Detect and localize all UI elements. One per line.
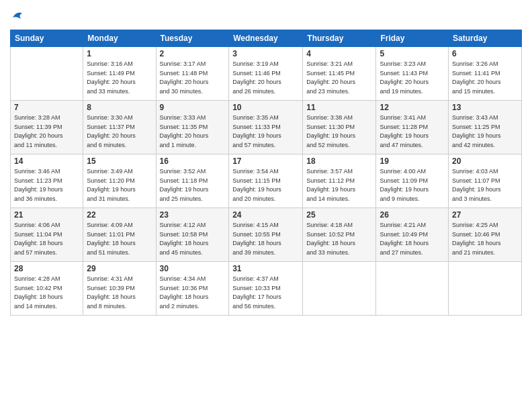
day-info-line: Sunset: 11:35 PM: [160, 123, 226, 132]
day-info-line: Sunset: 11:23 PM: [14, 177, 79, 186]
day-info: Sunrise: 3:19 AMSunset: 11:46 PMDaylight…: [232, 60, 299, 96]
day-number: 9: [160, 103, 226, 112]
day-info-line: Daylight: 18 hours: [232, 239, 299, 248]
day-info-line: Daylight: 19 hours: [87, 185, 152, 195]
weekday-header: Thursday: [303, 30, 376, 47]
calendar-week-row: 14Sunrise: 3:46 AMSunset: 11:23 PMDaylig…: [11, 154, 522, 208]
day-info-line: and 8 minutes.: [87, 302, 152, 312]
calendar-week-row: 1Sunrise: 3:16 AMSunset: 11:49 PMDayligh…: [11, 47, 522, 101]
day-info: Sunrise: 3:49 AMSunset: 11:20 PMDaylight…: [87, 167, 152, 203]
day-info-line: Sunset: 10:49 PM: [380, 230, 445, 240]
day-number: 2: [160, 49, 226, 58]
day-info-line: Sunrise: 4:34 AM: [160, 275, 226, 284]
day-info-line: Sunrise: 3:17 AM: [160, 60, 226, 69]
day-info-line: Sunset: 11:15 PM: [232, 177, 299, 186]
calendar-cell: 2Sunrise: 3:17 AMSunset: 11:48 PMDayligh…: [156, 47, 229, 101]
day-info-line: Daylight: 19 hours: [306, 132, 372, 141]
day-info: Sunrise: 4:25 AMSunset: 10:46 PMDaylight…: [452, 221, 518, 257]
day-info-line: Sunset: 10:39 PM: [87, 284, 152, 293]
header: [10, 7, 522, 26]
day-info-line: Daylight: 19 hours: [232, 185, 299, 195]
day-info-line: Sunrise: 3:26 AM: [452, 60, 518, 69]
day-info-line: Sunrise: 3:21 AM: [306, 60, 372, 69]
day-info-line: Sunrise: 4:03 AM: [452, 167, 518, 177]
day-info-line: Sunrise: 3:23 AM: [380, 60, 445, 69]
day-info-line: Sunrise: 3:41 AM: [380, 113, 445, 123]
page-container: SundayMondayTuesdayWednesdayThursdayFrid…: [0, 0, 532, 322]
day-info: Sunrise: 3:30 AMSunset: 11:37 PMDaylight…: [87, 113, 152, 150]
day-info-line: and 23 minutes.: [306, 87, 372, 97]
day-info-line: Sunrise: 3:54 AM: [232, 167, 299, 177]
day-info-line: Daylight: 19 hours: [452, 132, 518, 141]
calendar-week-row: 28Sunrise: 4:28 AMSunset: 10:42 PMDaylig…: [11, 262, 522, 316]
day-info-line: Daylight: 18 hours: [87, 293, 152, 302]
day-info-line: Sunrise: 3:43 AM: [452, 113, 518, 123]
day-info: Sunrise: 4:12 AMSunset: 10:58 PMDaylight…: [160, 221, 226, 257]
day-info-line: and 56 minutes.: [232, 302, 299, 312]
day-info-line: and 39 minutes.: [232, 248, 299, 258]
day-info-line: and 51 minutes.: [87, 248, 152, 258]
day-info-line: Daylight: 18 hours: [160, 239, 226, 248]
day-info-line: Sunset: 10:52 PM: [306, 230, 372, 240]
day-info-line: Daylight: 18 hours: [306, 239, 372, 248]
calendar-cell: [449, 262, 522, 316]
day-info-line: Sunrise: 4:18 AM: [306, 221, 372, 230]
day-number: 17: [232, 156, 299, 166]
day-info: Sunrise: 3:54 AMSunset: 11:15 PMDaylight…: [232, 167, 299, 203]
day-info-line: Daylight: 18 hours: [14, 239, 79, 248]
day-number: 26: [380, 210, 445, 220]
day-info: Sunrise: 3:21 AMSunset: 11:45 PMDaylight…: [306, 60, 372, 96]
calendar-cell: 31Sunrise: 4:37 AMSunset: 10:33 PMDaylig…: [229, 262, 303, 316]
day-info-line: Sunrise: 4:28 AM: [14, 275, 79, 284]
logo: [10, 9, 24, 26]
day-number: 29: [87, 264, 152, 273]
calendar-cell: 25Sunrise: 4:18 AMSunset: 10:52 PMDaylig…: [303, 208, 376, 262]
day-info-line: Sunrise: 3:30 AM: [87, 113, 152, 123]
day-info-line: Daylight: 18 hours: [14, 293, 79, 302]
day-info-line: Daylight: 18 hours: [87, 239, 152, 248]
day-info-line: Sunset: 10:46 PM: [452, 230, 518, 240]
day-info-line: and 57 minutes.: [232, 141, 299, 150]
day-info-line: Daylight: 18 hours: [452, 239, 518, 248]
day-info-line: Daylight: 19 hours: [14, 185, 79, 195]
day-info-line: and 45 minutes.: [160, 248, 226, 258]
day-info-line: Sunset: 10:36 PM: [160, 284, 226, 293]
calendar-cell: 24Sunrise: 4:15 AMSunset: 10:55 PMDaylig…: [229, 208, 303, 262]
day-info: Sunrise: 4:03 AMSunset: 11:07 PMDaylight…: [452, 167, 518, 203]
day-info: Sunrise: 3:43 AMSunset: 11:25 PMDaylight…: [452, 113, 518, 150]
day-info-line: Sunrise: 3:49 AM: [87, 167, 152, 177]
day-info-line: Sunrise: 3:16 AM: [87, 60, 152, 69]
day-number: 28: [14, 264, 79, 273]
day-info-line: Sunrise: 4:21 AM: [380, 221, 445, 230]
day-info-line: Sunrise: 3:28 AM: [14, 113, 79, 123]
calendar-cell: [11, 47, 83, 101]
calendar-cell: 8Sunrise: 3:30 AMSunset: 11:37 PMDayligh…: [83, 101, 156, 154]
day-info-line: Sunrise: 3:35 AM: [232, 113, 299, 123]
day-info: Sunrise: 4:06 AMSunset: 11:04 PMDaylight…: [14, 221, 79, 257]
calendar-cell: [376, 262, 449, 316]
day-number: 21: [14, 210, 79, 220]
day-info-line: Sunset: 11:45 PM: [306, 69, 372, 79]
day-info: Sunrise: 3:35 AMSunset: 11:33 PMDaylight…: [232, 113, 299, 150]
day-number: 3: [232, 49, 299, 58]
day-info-line: and 11 minutes.: [14, 141, 79, 150]
calendar-cell: 22Sunrise: 4:09 AMSunset: 11:01 PMDaylig…: [83, 208, 156, 262]
day-number: 16: [160, 156, 226, 166]
weekday-header: Wednesday: [229, 30, 303, 47]
calendar-cell: 15Sunrise: 3:49 AMSunset: 11:20 PMDaylig…: [83, 154, 156, 208]
calendar-cell: 23Sunrise: 4:12 AMSunset: 10:58 PMDaylig…: [156, 208, 229, 262]
day-info-line: and 19 minutes.: [380, 87, 445, 97]
calendar-cell: [303, 262, 376, 316]
day-number: 20: [452, 156, 518, 166]
calendar-cell: 26Sunrise: 4:21 AMSunset: 10:49 PMDaylig…: [376, 208, 449, 262]
day-info-line: Daylight: 18 hours: [160, 293, 226, 302]
day-info-line: Daylight: 20 hours: [452, 78, 518, 87]
day-info-line: Daylight: 19 hours: [160, 185, 226, 195]
day-info-line: Sunset: 11:33 PM: [232, 123, 299, 132]
calendar-cell: 29Sunrise: 4:31 AMSunset: 10:39 PMDaylig…: [83, 262, 156, 316]
day-number: 10: [232, 103, 299, 112]
calendar-table: SundayMondayTuesdayWednesdayThursdayFrid…: [10, 30, 522, 316]
day-info-line: Sunrise: 4:12 AM: [160, 221, 226, 230]
day-number: 18: [306, 156, 372, 166]
day-info-line: and 6 minutes.: [87, 141, 152, 150]
